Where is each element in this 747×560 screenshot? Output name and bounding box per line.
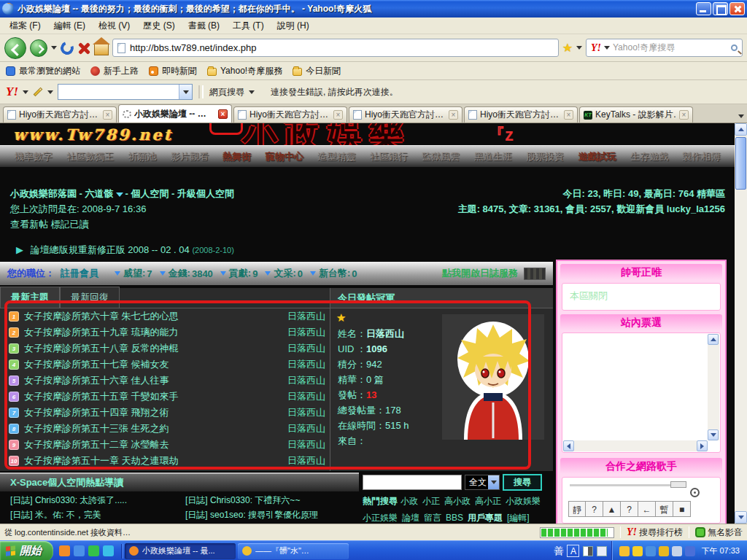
network-icon[interactable] — [646, 546, 656, 556]
forum-nav-item-10[interactable]: 股票投資 — [526, 150, 564, 163]
player-progress-handle[interactable] — [670, 481, 686, 488]
yahoo-search-box[interactable]: Y! Yahoo!奇摩搜尋 — [586, 39, 743, 57]
tab-0[interactable]: Hiyo衝天跑官方討…× — [3, 106, 117, 122]
player-button-3[interactable]: ? — [621, 501, 638, 517]
tab-overflow-dropdown-icon[interactable] — [738, 114, 744, 118]
pencil-icon[interactable] — [34, 88, 43, 97]
player-progress-track[interactable] — [570, 484, 679, 486]
player-button-6[interactable]: ■ — [673, 501, 691, 517]
forum-nav-item-11[interactable]: 遊戲試玩 — [578, 150, 616, 163]
hot-search-special[interactable]: 用戶專題 — [468, 513, 503, 523]
yahoo-rank-button[interactable]: Y!搜尋排行榜 — [627, 526, 683, 539]
toolbar-error-text[interactable]: 連接發生錯誤, 請按此再次連接。 — [271, 86, 398, 98]
forum-search-input[interactable] — [363, 475, 462, 490]
mini-banner[interactable] — [524, 268, 546, 280]
bookmark-dropdown-icon[interactable] — [576, 46, 582, 50]
forum-nav-item-1[interactable]: 社區數獨王 — [66, 150, 114, 163]
menu-item-4[interactable]: 書籤 (B) — [182, 18, 226, 34]
search-icon[interactable] — [731, 44, 738, 51]
pencil-dropdown-icon[interactable] — [47, 90, 53, 94]
start-button[interactable]: 開始 — [0, 541, 53, 560]
url-bar[interactable]: http://bbs.tw789.net/index.php — [112, 39, 559, 57]
history-dropdown-icon[interactable] — [51, 46, 57, 50]
journal-tag-link[interactable]: [日誌] — [10, 510, 33, 520]
hot-search-word2-0[interactable]: 小正娛樂 — [363, 513, 398, 523]
tab-close-icon[interactable]: × — [333, 110, 343, 120]
forum-nav-item-0[interactable]: 機率數字 — [14, 150, 52, 163]
hot-search-word-2[interactable]: 高小政 — [444, 496, 471, 506]
ime-mode-icon[interactable]: A — [567, 545, 579, 557]
forum-nav-item-5[interactable]: 寵物中心 — [266, 150, 303, 163]
taskbar-task-1[interactable]: ——『髒"水"… — [238, 543, 349, 559]
scroll-right-icon[interactable] — [697, 440, 708, 451]
journal-link[interactable]: 米。佑: 不，完美 — [33, 510, 101, 520]
hot-search-word-4[interactable]: 小政娛樂 — [506, 496, 541, 506]
bookmark-3[interactable]: Yahoo!奇摩服務 — [207, 65, 282, 77]
bookmark-star-icon[interactable]: ★ — [562, 42, 573, 54]
mark-read-link[interactable]: 標記已讀 — [51, 219, 89, 230]
player-button-0[interactable]: 靜 — [568, 501, 586, 517]
journal-service-link[interactable]: 點我開啟日誌服務 — [442, 267, 518, 280]
tab-5[interactable]: KeyTalks - 說影解片…× — [579, 106, 693, 122]
keyboard-icon[interactable] — [597, 546, 607, 556]
chevron-down-icon[interactable] — [116, 192, 123, 197]
player-button-5[interactable]: 暫 — [656, 501, 673, 517]
alert-icon[interactable] — [659, 546, 669, 556]
wretch-button[interactable]: 無名影音 — [695, 526, 743, 539]
menu-item-5[interactable]: 工具 (T) — [226, 18, 271, 34]
search-scope-select[interactable]: 全文 — [465, 475, 500, 490]
forum-nav-item-7[interactable]: 社區銀行 — [370, 150, 408, 163]
volume-icon[interactable] — [672, 546, 682, 556]
stop-button[interactable] — [77, 42, 90, 55]
menu-item-1[interactable]: 編輯 (E) — [47, 18, 92, 34]
ime-shape-icon[interactable] — [583, 546, 593, 556]
reload-button[interactable] — [58, 39, 76, 57]
hot-search-word2-2[interactable]: 留言 — [424, 513, 441, 523]
forum-nav-item-9[interactable]: 黑道生涯 — [474, 150, 512, 163]
bookmark-4[interactable]: 今日新聞 — [293, 65, 341, 77]
scrollbar-up-icon[interactable] — [735, 123, 747, 136]
yahoo-toolbar-logo[interactable]: Y! — [6, 85, 18, 99]
tab-close-icon[interactable]: × — [103, 110, 112, 120]
scrollbar-thumb[interactable] — [735, 137, 746, 190]
search-placeholder[interactable]: Yahoo!奇摩搜尋 — [613, 42, 728, 54]
scroll-left-icon[interactable] — [563, 440, 574, 451]
scroll-down-icon[interactable] — [708, 429, 719, 440]
web-search-dropdown-icon[interactable] — [249, 90, 255, 94]
firefox-icon[interactable] — [59, 545, 70, 556]
digest-link[interactable]: 精華區 — [697, 188, 725, 199]
tab-1[interactable]: 小政娛樂論壇 -- …× — [118, 104, 232, 122]
yahoo-menu-dropdown-icon[interactable] — [23, 90, 28, 94]
forum-nav-item-4[interactable]: 熱舞街 — [222, 150, 251, 163]
hot-search-word-0[interactable]: 小政 — [400, 496, 418, 506]
bookmark-1[interactable]: 新手上路 — [90, 65, 139, 77]
messenger-icon[interactable] — [88, 545, 99, 556]
forum-nav-item-3[interactable]: 影片觀看 — [171, 150, 209, 163]
announcement-link[interactable]: 論壇總版規重新修正版 2008 -- 02 . 04 — [31, 244, 190, 255]
scroll-up-icon[interactable] — [708, 334, 719, 345]
player-button-1[interactable]: ? — [586, 501, 603, 517]
menu-item-3[interactable]: 歷史 (S) — [136, 18, 181, 34]
forum-nav-item-12[interactable]: 生存遊戲 — [630, 150, 668, 163]
combo-dropdown-icon[interactable] — [179, 85, 192, 99]
hot-search-word-1[interactable]: 小正 — [422, 496, 440, 506]
player-button-4[interactable]: ← — [638, 501, 656, 517]
maximize-button[interactable] — [713, 2, 728, 15]
poll-vertical-scrollbar[interactable] — [708, 334, 719, 440]
menu-item-2[interactable]: 檢視 (V) — [92, 18, 136, 34]
media-player-icon[interactable] — [103, 545, 114, 556]
journal-tag-link[interactable]: [日誌] — [10, 495, 33, 505]
mail-icon[interactable] — [619, 546, 630, 556]
back-button[interactable] — [4, 37, 26, 59]
select-dropdown-icon[interactable] — [488, 475, 499, 489]
forum-nav-item-2[interactable]: 祈願池 — [128, 150, 156, 163]
forum-nav-item-6[interactable]: 造型精靈 — [317, 150, 355, 163]
tab-close-icon[interactable]: × — [564, 110, 573, 120]
tab-2[interactable]: Hiyo衝天跑官方討…× — [233, 106, 347, 122]
ime-icon[interactable]: 善 — [554, 545, 563, 558]
ie-icon[interactable] — [74, 545, 85, 556]
close-button[interactable] — [729, 2, 745, 15]
bookmark-0[interactable]: 最常瀏覽的網站 — [6, 65, 80, 77]
view-new-posts-link[interactable]: 查看新帖 — [10, 219, 48, 230]
minimize-button[interactable] — [696, 2, 711, 15]
